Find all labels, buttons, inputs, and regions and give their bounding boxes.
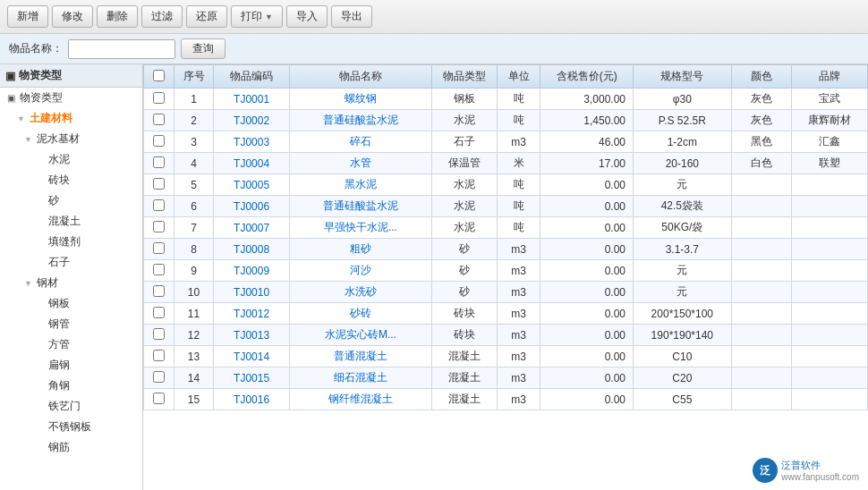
tree-item-steel[interactable]: ▼钢材 — [0, 273, 142, 293]
row-checkbox[interactable] — [153, 371, 165, 383]
search-input[interactable] — [68, 39, 175, 59]
row-checkbox-cell[interactable] — [144, 89, 174, 110]
row-code[interactable]: TJ0015 — [213, 368, 289, 389]
row-checkbox[interactable] — [153, 328, 165, 340]
row-checkbox-cell[interactable] — [144, 110, 174, 131]
row-checkbox[interactable] — [153, 199, 165, 211]
row-code[interactable]: TJ0010 — [213, 282, 289, 303]
row-name[interactable]: 粗砂 — [290, 239, 431, 260]
tree-collapse-icon[interactable]: ▣ — [5, 70, 15, 82]
tree-item-cement_base[interactable]: ▼泥水基材 — [0, 129, 142, 149]
row-checkbox[interactable] — [153, 156, 165, 168]
row-code[interactable]: TJ0009 — [213, 260, 289, 282]
tree-item-filler[interactable]: 填缝剂 — [0, 232, 142, 252]
tree-item-civil[interactable]: ▼土建材料 — [0, 108, 142, 129]
row-type: 混凝土 — [431, 346, 497, 368]
row-checkbox[interactable] — [153, 178, 165, 190]
row-name[interactable]: 普通硅酸盐水泥 — [290, 110, 431, 131]
row-name[interactable]: 普通混凝土 — [290, 346, 431, 368]
row-name[interactable]: 螺纹钢 — [290, 89, 431, 110]
row-color — [731, 368, 791, 389]
tree-item-square_pipe[interactable]: 方管 — [0, 334, 142, 355]
row-name[interactable]: 钢纤维混凝土 — [290, 389, 431, 410]
row-checkbox[interactable] — [153, 114, 165, 125]
row-code[interactable]: TJ0004 — [213, 153, 289, 174]
export-button[interactable]: 导出 — [331, 5, 372, 28]
row-name[interactable]: 早强快干水泥... — [290, 217, 431, 239]
tree-item-steel_plate[interactable]: 钢板 — [0, 293, 142, 314]
row-unit: m3 — [497, 325, 540, 346]
row-name[interactable]: 水管 — [290, 153, 431, 174]
row-checkbox-cell[interactable] — [144, 389, 174, 410]
row-code[interactable]: TJ0013 — [213, 325, 289, 346]
table-panel[interactable]: 序号 物品编码 物品名称 物品类型 单位 含税售价(元) 规格型号 颜色 品牌 … — [143, 64, 868, 490]
tree-item-root[interactable]: ▣物资类型 — [0, 88, 142, 108]
row-code[interactable]: TJ0001 — [213, 89, 289, 110]
row-checkbox[interactable] — [153, 307, 165, 318]
row-price: 0.00 — [540, 239, 634, 260]
row-checkbox-cell[interactable] — [144, 196, 174, 217]
tree-item-angle_steel[interactable]: 角钢 — [0, 376, 142, 396]
row-checkbox-cell[interactable] — [144, 282, 174, 303]
tree-item-rebar[interactable]: 钢筋 — [0, 437, 142, 458]
row-code[interactable]: TJ0003 — [213, 131, 289, 153]
row-code[interactable]: TJ0016 — [213, 389, 289, 410]
row-checkbox[interactable] — [153, 350, 165, 361]
tree-item-cement[interactable]: 水泥 — [0, 149, 142, 170]
row-checkbox[interactable] — [153, 221, 165, 232]
row-checkbox-cell[interactable] — [144, 239, 174, 260]
row-code[interactable]: TJ0008 — [213, 239, 289, 260]
row-code[interactable]: TJ0002 — [213, 110, 289, 131]
search-button[interactable]: 查询 — [181, 38, 226, 59]
restore-button[interactable]: 还原 — [186, 5, 227, 28]
row-name[interactable]: 黑水泥 — [290, 174, 431, 196]
row-code[interactable]: TJ0014 — [213, 346, 289, 368]
row-checkbox-cell[interactable] — [144, 131, 174, 153]
tree-item-sand[interactable]: 砂 — [0, 190, 142, 211]
row-checkbox[interactable] — [153, 92, 165, 104]
tree-item-stone[interactable]: 石子 — [0, 252, 142, 273]
row-name[interactable]: 河沙 — [290, 260, 431, 282]
tree-item-concrete[interactable]: 混凝土 — [0, 211, 142, 232]
row-checkbox[interactable] — [153, 264, 165, 275]
edit-button[interactable]: 修改 — [52, 5, 93, 28]
row-checkbox-cell[interactable] — [144, 303, 174, 325]
th-unit: 单位 — [497, 65, 540, 89]
row-checkbox-cell[interactable] — [144, 217, 174, 239]
tree-item-iron_door[interactable]: 铁艺门 — [0, 396, 142, 417]
row-code[interactable]: TJ0005 — [213, 174, 289, 196]
row-checkbox-cell[interactable] — [144, 368, 174, 389]
tree-item-steel_pipe[interactable]: 钢管 — [0, 314, 142, 334]
add-button[interactable]: 新增 — [7, 5, 48, 28]
row-checkbox[interactable] — [153, 135, 165, 147]
row-checkbox[interactable] — [153, 242, 165, 254]
row-checkbox-cell[interactable] — [144, 260, 174, 282]
row-name[interactable]: 水洗砂 — [290, 282, 431, 303]
row-code[interactable]: TJ0007 — [213, 217, 289, 239]
row-code[interactable]: TJ0012 — [213, 303, 289, 325]
row-checkbox[interactable] — [153, 285, 165, 297]
row-name[interactable]: 水泥实心砖M... — [290, 325, 431, 346]
row-checkbox-cell[interactable] — [144, 346, 174, 368]
row-unit: 吨 — [497, 89, 540, 110]
tree-item-brick[interactable]: 砖块 — [0, 170, 142, 190]
row-checkbox-cell[interactable] — [144, 174, 174, 196]
row-checkbox-cell[interactable] — [144, 153, 174, 174]
select-all-checkbox[interactable] — [153, 70, 165, 81]
import-button[interactable]: 导入 — [286, 5, 328, 28]
row-checkbox[interactable] — [153, 393, 165, 404]
tree-item-flat_steel[interactable]: 扁钢 — [0, 355, 142, 376]
row-name[interactable]: 砂砖 — [290, 303, 431, 325]
filter-button[interactable]: 过滤 — [141, 5, 183, 28]
row-seq: 1 — [174, 89, 214, 110]
row-name[interactable]: 细石混凝土 — [290, 368, 431, 389]
row-checkbox-cell[interactable] — [144, 325, 174, 346]
tree-item-stainless[interactable]: 不锈钢板 — [0, 417, 142, 437]
row-seq: 12 — [174, 325, 214, 346]
row-name[interactable]: 普通硅酸盐水泥 — [290, 196, 431, 217]
row-name[interactable]: 碎石 — [290, 131, 431, 153]
print-button[interactable]: 打印 ▼ — [231, 5, 283, 28]
row-code[interactable]: TJ0006 — [213, 196, 289, 217]
delete-button[interactable]: 删除 — [97, 5, 138, 28]
main-content: ▣ 物资类型 ▣物资类型▼土建材料▼泥水基材水泥砖块砂混凝土填缝剂石子▼钢材钢板… — [0, 64, 868, 490]
